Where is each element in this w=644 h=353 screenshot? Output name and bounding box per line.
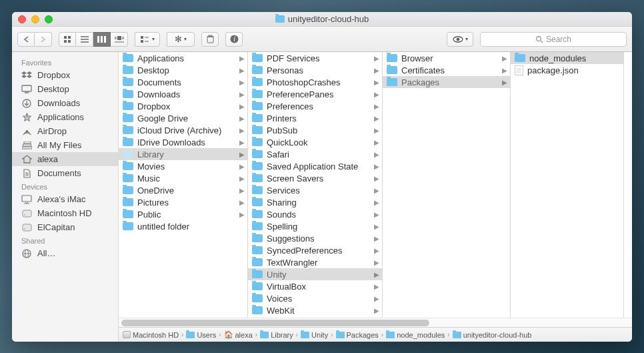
column-1[interactable]: PDF Services▶Personas▶PhotoshopCrashes▶P…: [248, 52, 383, 318]
info-button[interactable]: i: [225, 32, 243, 47]
file-row[interactable]: PDF Services▶: [248, 52, 382, 64]
file-row[interactable]: Music▶: [119, 172, 247, 184]
file-row[interactable]: VirtualBox▶: [248, 280, 382, 292]
sidebar-item-all-my-files[interactable]: All My Files: [12, 138, 118, 152]
forward-button[interactable]: [35, 32, 52, 47]
file-row[interactable]: Public▶: [119, 208, 247, 220]
sidebar-item-macintosh-hd[interactable]: Macintosh HD: [12, 206, 118, 220]
trash-button[interactable]: [201, 32, 219, 47]
file-row[interactable]: Pictures▶: [119, 196, 247, 208]
file-row[interactable]: IDrive Downloads▶: [119, 136, 247, 148]
column-view-button[interactable]: [93, 32, 111, 47]
file-row[interactable]: Movies▶: [119, 160, 247, 172]
action-button[interactable]: ✻▾: [167, 32, 195, 47]
path-item[interactable]: 🏠alexa: [224, 330, 253, 339]
file-row[interactable]: SyncedPreferences▶: [248, 244, 382, 256]
file-row[interactable]: Desktop▶: [119, 64, 247, 76]
file-row[interactable]: Sharing▶: [248, 196, 382, 208]
back-button[interactable]: [17, 32, 35, 47]
svg-rect-27: [22, 85, 31, 91]
hd-icon: [21, 223, 32, 232]
file-row[interactable]: Spelling▶: [248, 220, 382, 232]
file-name: Dropbox: [137, 101, 235, 111]
file-row[interactable]: Voices▶: [248, 292, 382, 304]
columns[interactable]: Applications▶Desktop▶Documents▶Downloads…: [119, 52, 632, 318]
search-icon: [535, 35, 543, 43]
arrange-button[interactable]: ▾: [135, 32, 160, 47]
path-item[interactable]: Macintosh HD: [123, 331, 179, 339]
sidebar-item-desktop[interactable]: Desktop: [12, 82, 118, 96]
chevron-right-icon: ▶: [374, 127, 379, 134]
horizontal-scrollbar[interactable]: [119, 318, 632, 327]
folder-icon: [252, 162, 263, 170]
sidebar-item-documents[interactable]: Documents: [12, 166, 118, 180]
file-row[interactable]: Suggestions▶: [248, 232, 382, 244]
eye-button[interactable]: ▾: [447, 32, 473, 47]
icon-view-button[interactable]: [59, 32, 76, 47]
scrollbar-thumb[interactable]: [121, 320, 429, 326]
file-row[interactable]: Documents▶: [119, 76, 247, 88]
file-row[interactable]: Personas▶: [248, 64, 382, 76]
folder-icon: [252, 126, 263, 134]
sidebar-item-airdrop[interactable]: AirDrop: [12, 124, 118, 138]
sidebar-item-all-[interactable]: All…: [12, 246, 118, 260]
file-row[interactable]: PreferencePanes▶: [248, 88, 382, 100]
file-row[interactable]: QuickLook▶: [248, 136, 382, 148]
path-item[interactable]: Library: [260, 331, 293, 339]
file-row[interactable]: Downloads▶: [119, 88, 247, 100]
path-item[interactable]: Users: [186, 331, 216, 339]
file-row[interactable]: Printers▶: [248, 112, 382, 124]
file-row[interactable]: Dropbox▶: [119, 100, 247, 112]
coverflow-view-button[interactable]: [111, 32, 128, 47]
file-row[interactable]: Screen Savers▶: [248, 172, 382, 184]
file-row[interactable]: package.json: [511, 64, 623, 76]
chevron-right-icon: ▶: [374, 211, 379, 218]
path-separator: ›: [255, 331, 257, 338]
file-row[interactable]: untitled folder: [119, 220, 247, 232]
file-row[interactable]: Preferences▶: [248, 100, 382, 112]
file-row[interactable]: PhotoshopCrashes▶: [248, 76, 382, 88]
sidebar-item-downloads[interactable]: Downloads: [12, 96, 118, 110]
sidebar-item-alexa-s-imac[interactable]: Alexa's iMac: [12, 192, 118, 206]
path-item[interactable]: unityeditor-cloud-hub: [453, 331, 532, 339]
file-row[interactable]: Applications▶: [119, 52, 247, 64]
file-row[interactable]: PubSub▶: [248, 124, 382, 136]
file-row[interactable]: WebKit▶: [248, 304, 382, 316]
file-row[interactable]: OneDrive▶: [119, 184, 247, 196]
file-row[interactable]: Saved Application State▶: [248, 160, 382, 172]
column-3[interactable]: node_modulespackage.json: [511, 52, 624, 318]
chevron-right-icon: ▶: [374, 115, 379, 122]
file-row[interactable]: Sounds▶: [248, 208, 382, 220]
chevron-right-icon: ▶: [239, 175, 245, 182]
path-item[interactable]: Unity: [301, 331, 328, 339]
column-2[interactable]: Browser▶Certificates▶Packages▶: [383, 52, 511, 318]
sidebar-item-alexa[interactable]: alexa: [12, 152, 118, 166]
sidebar-item-dropbox[interactable]: Dropbox: [12, 68, 118, 82]
path-item[interactable]: Packages: [336, 331, 379, 339]
file-name: SyncedPreferences: [267, 246, 370, 256]
file-row[interactable]: Google Drive▶: [119, 112, 247, 124]
chevron-right-icon: ▶: [239, 79, 245, 86]
file-row[interactable]: Browser▶: [383, 52, 510, 64]
folder-icon: [252, 150, 263, 158]
svg-rect-0: [64, 36, 67, 39]
file-row[interactable]: Library▶: [119, 148, 247, 160]
sidebar-item-elcapitan[interactable]: ElCapitan: [12, 220, 118, 234]
sidebar-item-applications[interactable]: AApplications: [12, 110, 118, 124]
file-row[interactable]: Packages▶: [383, 76, 510, 88]
search-input[interactable]: Search: [480, 32, 627, 47]
sidebar-item-label: Dropbox: [37, 70, 70, 80]
svg-rect-44: [23, 224, 31, 231]
column-0[interactable]: Applications▶Desktop▶Documents▶Downloads…: [119, 52, 248, 318]
file-row[interactable]: Certificates▶: [383, 64, 510, 76]
svg-rect-11: [115, 37, 117, 39]
list-view-button[interactable]: [76, 32, 93, 47]
file-row[interactable]: Services▶: [248, 184, 382, 196]
titlebar[interactable]: unityeditor-cloud-hub: [12, 12, 632, 27]
file-row[interactable]: TextWrangler▶: [248, 256, 382, 268]
path-item[interactable]: node_modules: [386, 331, 445, 339]
file-row[interactable]: iCloud Drive (Archive)▶: [119, 124, 247, 136]
file-row[interactable]: node_modules: [511, 52, 623, 64]
file-row[interactable]: Unity▶: [248, 268, 382, 280]
file-row[interactable]: Safari▶: [248, 148, 382, 160]
